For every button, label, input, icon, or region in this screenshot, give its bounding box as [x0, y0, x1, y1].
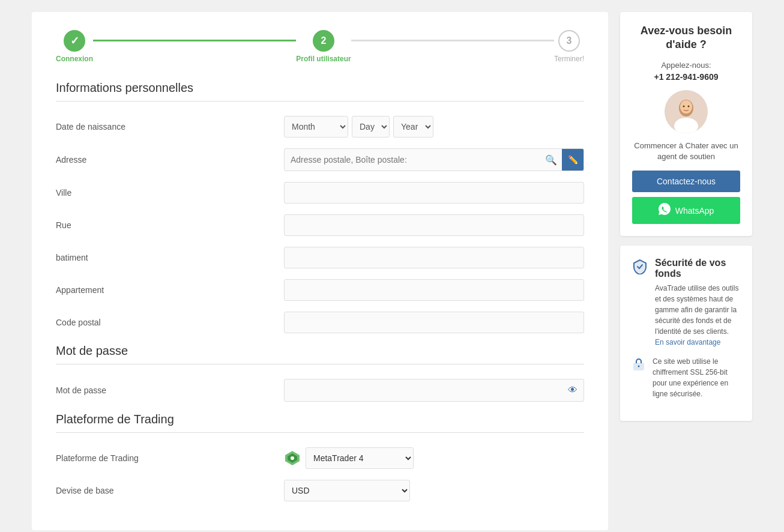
svg-point-2: [291, 456, 294, 460]
rue-input[interactable]: [284, 214, 584, 236]
stepper: ✓ Connexion 2 Profil utilisateur 3 Termi…: [56, 30, 584, 63]
appartement-input[interactable]: [284, 279, 584, 301]
day-select[interactable]: Day: [352, 116, 390, 138]
step-label-connexion: Connexion: [56, 55, 93, 63]
whatsapp-button[interactable]: WhatsApp: [632, 197, 740, 224]
batiment-label: batiment: [56, 253, 284, 262]
year-select[interactable]: Year: [393, 116, 433, 138]
security-ssl-text: Ce site web utilise le chiffrement SSL 2…: [653, 356, 740, 399]
batiment-row: batiment: [56, 247, 584, 268]
step-line-2: [351, 40, 554, 41]
rue-row: Rue: [56, 214, 584, 236]
call-label: Appelez-nous:: [632, 61, 740, 70]
help-card: Avez-vous besoin d'aide ? Appelez-nous: …: [620, 12, 752, 236]
security-funds-row: Sécurité de vos fonds AvaTrade utilise d…: [632, 258, 740, 346]
security-ssl-row: Ce site web utilise le chiffrement SSL 2…: [632, 356, 740, 399]
currency-control: USD EUR GBP JPY: [284, 480, 584, 501]
step-circle-connexion: ✓: [64, 30, 85, 52]
call-number: +1 212-941-9609: [632, 72, 740, 82]
personal-info-divider: [56, 101, 584, 101]
password-wrapper: 👁: [284, 379, 584, 402]
metatrader-icon: [284, 450, 301, 467]
step-number-profil: 2: [321, 35, 327, 46]
code-postal-input[interactable]: [284, 312, 584, 333]
whatsapp-icon: [659, 203, 671, 218]
rue-control: [284, 214, 584, 236]
birth-date-control: Month JanvierFévrierMars AvrilMaiJuin Ju…: [284, 116, 584, 138]
search-icon[interactable]: 🔍: [540, 154, 562, 166]
appartement-row: Appartement: [56, 279, 584, 301]
ville-label: Ville: [56, 188, 284, 198]
avatar: [665, 90, 708, 133]
ville-control: [284, 182, 584, 204]
password-label: Mot de passe: [56, 385, 284, 395]
batiment-control: [284, 247, 584, 268]
svg-point-9: [688, 105, 690, 107]
edit-icon[interactable]: ✏️: [562, 149, 583, 171]
step-circle-terminer: 3: [558, 30, 580, 52]
appartement-control: [284, 279, 584, 301]
step-line-1: [93, 40, 296, 41]
contact-button[interactable]: Contactez-nous: [632, 171, 740, 192]
platform-row: Plateforme de Trading MetaTrader 4 MetaT…: [56, 447, 584, 469]
avatar-image: [665, 90, 708, 133]
batiment-input[interactable]: [284, 247, 584, 268]
address-input[interactable]: [285, 149, 540, 171]
whatsapp-label: WhatsApp: [675, 206, 714, 216]
avatar-wrapper: [632, 90, 740, 133]
platform-select[interactable]: MetaTrader 4 MetaTrader 5 AvaOptions: [306, 447, 414, 469]
ville-input[interactable]: [284, 182, 584, 204]
step-terminer: 3 Terminer!: [554, 30, 584, 63]
security-funds-text: AvaTrade utilise des outils et des systè…: [655, 283, 740, 337]
code-postal-row: Code postal: [56, 312, 584, 333]
step-number-terminer: 3: [567, 35, 572, 46]
rue-label: Rue: [56, 220, 284, 230]
step-circle-profil: 2: [313, 30, 334, 52]
security-learn-more[interactable]: En savoir davantage: [655, 338, 720, 346]
svg-point-8: [683, 105, 685, 107]
password-control: 👁: [284, 379, 584, 402]
password-divider: [56, 364, 584, 364]
address-label: Adresse: [56, 155, 284, 165]
address-row: Adresse 🔍 ✏️: [56, 148, 584, 171]
birth-date-label: Date de naissance: [56, 122, 284, 131]
platform-label: Plateforme de Trading: [56, 453, 284, 463]
step-profil: 2 Profil utilisateur: [296, 30, 351, 63]
eye-icon[interactable]: 👁: [562, 385, 583, 396]
address-control: 🔍 ✏️: [284, 148, 584, 171]
birth-date-row: Date de naissance Month JanvierFévrierMa…: [56, 116, 584, 138]
platform-wrapper: MetaTrader 4 MetaTrader 5 AvaOptions: [284, 447, 584, 469]
trading-title: Plateforme de Trading: [56, 413, 584, 426]
help-title: Avez-vous besoin d'aide ?: [632, 24, 740, 52]
lock-icon: [632, 357, 645, 374]
appartement-label: Appartement: [56, 285, 284, 295]
month-select[interactable]: Month JanvierFévrierMars AvrilMaiJuin Ju…: [284, 116, 348, 138]
trading-divider: [56, 432, 584, 433]
ville-row: Ville: [56, 182, 584, 204]
currency-label: Devise de base: [56, 486, 284, 495]
checkmark-icon: ✓: [70, 34, 79, 47]
code-postal-control: [284, 312, 584, 333]
chat-text: Commencer à Chater avec un agent de sout…: [632, 141, 740, 162]
personal-info-title: Informations personnelles: [56, 81, 584, 95]
currency-select[interactable]: USD EUR GBP JPY: [284, 480, 410, 501]
svg-point-11: [638, 366, 640, 367]
password-input[interactable]: [285, 379, 562, 401]
shield-icon: [632, 259, 648, 278]
step-label-terminer: Terminer!: [554, 55, 584, 63]
svg-point-7: [680, 100, 692, 113]
step-connexion: ✓ Connexion: [56, 30, 93, 63]
code-postal-label: Code postal: [56, 318, 284, 327]
security-card: Sécurité de vos fonds AvaTrade utilise d…: [620, 246, 752, 421]
security-funds-content: Sécurité de vos fonds AvaTrade utilise d…: [655, 258, 740, 346]
currency-row: Devise de base USD EUR GBP JPY: [56, 480, 584, 501]
sidebar: Avez-vous besoin d'aide ? Appelez-nous: …: [620, 12, 752, 530]
address-wrapper: 🔍 ✏️: [284, 148, 584, 171]
security-ssl-content: Ce site web utilise le chiffrement SSL 2…: [653, 356, 740, 399]
platform-control: MetaTrader 4 MetaTrader 5 AvaOptions: [284, 447, 584, 469]
step-label-profil: Profil utilisateur: [296, 55, 351, 63]
password-row: Mot de passe 👁: [56, 379, 584, 402]
security-funds-title: Sécurité de vos fonds: [655, 258, 740, 279]
password-title: Mot de passe: [56, 344, 584, 358]
